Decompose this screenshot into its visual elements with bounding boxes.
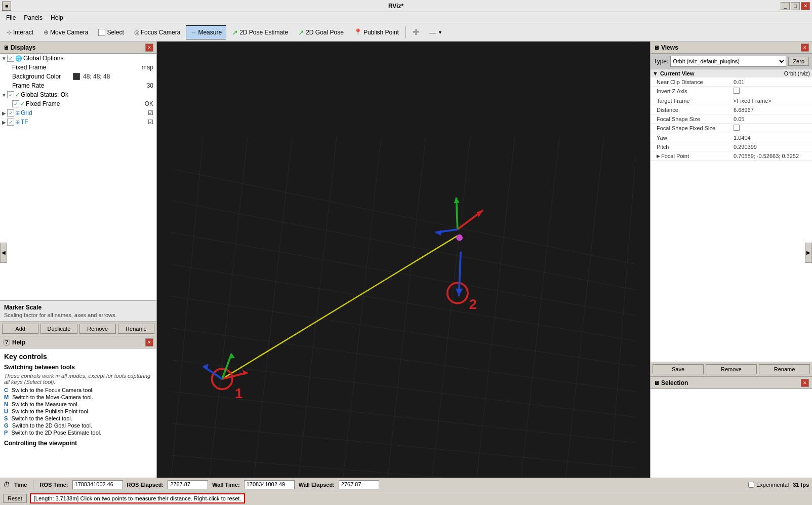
pan-button[interactable]: ✛: [408, 25, 424, 40]
tf-checkbox[interactable]: ✓: [7, 119, 14, 126]
status-message: [Length: 3.7138m] Click on two points to…: [30, 493, 246, 503]
duplicate-button[interactable]: Duplicate: [40, 324, 77, 334]
wall-elapsed-value: 2767.87: [339, 480, 379, 489]
distance-value: 6.68967: [734, 107, 754, 113]
global-options-checkbox[interactable]: ✓: [7, 55, 14, 62]
move-camera-button[interactable]: ⊕ Move Camera: [39, 25, 93, 40]
maximize-button[interactable]: □: [791, 2, 800, 10]
window-controls[interactable]: _ □ ✕: [781, 2, 810, 10]
right-panel: 🖥 Views ✕ Type: Orbit (rviz_default_plug…: [650, 42, 812, 478]
menu-help[interactable]: Help: [47, 13, 67, 22]
collapse-left-button[interactable]: ◀: [0, 243, 7, 263]
fixed-frame-label: Fixed Frame: [12, 64, 73, 71]
rename-button[interactable]: Rename: [118, 324, 154, 334]
save-view-button[interactable]: Save: [653, 364, 704, 374]
displays-tree: ▼ ✓ 🌐 Global Options Fixed Frame map Bac…: [0, 54, 156, 300]
experimental-checkbox[interactable]: [748, 482, 754, 488]
key-g: G: [4, 422, 9, 429]
global-status-item[interactable]: ▼ ✓ ✓ Global Status: Ok: [0, 90, 156, 99]
fps-display: 31 fps: [793, 482, 809, 488]
views-buttons: Save Remove Rename: [651, 362, 812, 376]
zoom-button[interactable]: — ▼: [425, 25, 447, 40]
views-type-select[interactable]: Orbit (rviz_default_plugins): [670, 56, 786, 67]
invert-z-key: Invert Z Axis: [653, 88, 734, 94]
close-button[interactable]: ✕: [801, 2, 810, 10]
key-c: C: [4, 387, 8, 393]
pitch-value: 0.290399: [734, 144, 757, 150]
menu-file[interactable]: File: [2, 13, 20, 22]
key-c-row: C Switch to the Focus Camera tool.: [4, 387, 152, 393]
collapse-right-button[interactable]: ▶: [805, 243, 812, 263]
add-button[interactable]: Add: [2, 324, 38, 334]
interact-button[interactable]: ⊹ Interact: [2, 25, 38, 40]
focal-shape-fixed-checkbox[interactable]: [734, 125, 740, 131]
2d-goal-pose-label: 2D Goal Pose: [306, 29, 344, 36]
focal-point-row: ▶ Focal Point 0.70589; -0.52663; 0.3252: [651, 151, 812, 161]
global-status-checkbox[interactable]: ✓: [7, 91, 14, 98]
current-view-arrow: ▼: [653, 70, 658, 76]
tf-item[interactable]: ▶ ✓ ⊞ TF ☑: [0, 118, 156, 127]
key-controls-title: Key controls: [4, 353, 152, 361]
rename-view-button[interactable]: Rename: [759, 364, 810, 374]
views-close-button[interactable]: ✕: [801, 44, 809, 52]
ros-time-label: ROS Time:: [39, 482, 68, 488]
displays-panel-buttons: Add Duplicate Remove Rename: [0, 321, 156, 336]
global-options-label: Global Options: [23, 55, 63, 62]
focus-camera-label: Focus Camera: [141, 29, 181, 36]
background-color-item[interactable]: Background Color 48; 48; 48: [0, 72, 156, 81]
minimize-button[interactable]: _: [781, 2, 790, 10]
displays-close-button[interactable]: ✕: [145, 44, 153, 52]
2d-goal-pose-icon: ↗: [298, 28, 304, 36]
3d-viewport[interactable]: 1 2: [157, 42, 650, 478]
views-zero-button[interactable]: Zero: [788, 57, 809, 66]
target-frame-value: <Fixed Frame>: [734, 98, 772, 104]
frame-rate-item[interactable]: Frame Rate 30: [0, 81, 156, 90]
fixed-frame-status-checkbox[interactable]: ✓: [12, 100, 19, 107]
message-bar: Reset [Length: 3.7138m] Click on two poi…: [0, 491, 812, 505]
global-status-arrow: ▼: [1, 92, 7, 98]
ros-time-value: 1708341002.46: [72, 480, 123, 489]
remove-view-button[interactable]: Remove: [706, 364, 757, 374]
help-close-button[interactable]: ✕: [145, 338, 153, 346]
current-view-type: Orbit (rviz): [784, 70, 810, 76]
select-icon: [98, 29, 105, 36]
displays-panel-title: 🖥 Displays: [3, 44, 35, 51]
near-clip-key: Near Clip Distance: [653, 79, 734, 85]
left-panel: 🖥 Displays ✕ ▼ ✓ 🌐 Global Options Fixed …: [0, 42, 157, 478]
svg-point-41: [456, 235, 463, 241]
select-button[interactable]: Select: [94, 25, 128, 40]
publish-point-button[interactable]: 📍 Publish Point: [349, 25, 403, 40]
fixed-frame-status-item[interactable]: ✓ ✓ Fixed Frame OK: [0, 99, 156, 108]
selection-icon: 🖥: [654, 380, 659, 386]
remove-button[interactable]: Remove: [79, 324, 116, 334]
reset-button[interactable]: Reset: [3, 494, 27, 503]
current-view-label: Current View: [660, 70, 695, 76]
selection-panel-header: 🖥 Selection ✕: [651, 377, 812, 389]
measure-button[interactable]: ↔ Measure: [186, 25, 226, 40]
background-color-label: Background Color: [12, 73, 73, 80]
ros-elapsed-label: ROS Elapsed:: [127, 482, 164, 488]
focal-point-value: 0.70589; -0.52663; 0.3252: [734, 153, 799, 159]
move-camera-icon: ⊕: [44, 29, 49, 36]
2d-pose-estimate-button[interactable]: ↗ 2D Pose Estimate: [227, 25, 293, 40]
2d-pose-estimate-label: 2D Pose Estimate: [239, 29, 288, 36]
key-g-row: G Switch to the 2D Goal Pose tool.: [4, 422, 152, 429]
measure-label: Measure: [198, 29, 222, 36]
selection-panel-title: 🖥 Selection: [654, 379, 688, 386]
2d-goal-pose-button[interactable]: ↗ 2D Goal Pose: [294, 25, 348, 40]
global-options-item[interactable]: ▼ ✓ 🌐 Global Options: [0, 54, 156, 63]
measure-icon: ↔: [190, 29, 196, 36]
fixed-frame-item[interactable]: Fixed Frame map: [0, 63, 156, 72]
fixed-frame-status-icon: ✓: [20, 101, 25, 107]
select-label: Select: [107, 29, 124, 36]
menu-panels[interactable]: Panels: [20, 13, 47, 22]
tf-icon: ⊞: [15, 119, 20, 126]
focal-point-key: ▶ Focal Point: [653, 153, 734, 159]
selection-close-button[interactable]: ✕: [801, 379, 809, 387]
global-options-icon: 🌐: [15, 55, 22, 62]
grid-item[interactable]: ▶ ✓ ⊞ Grid ☑: [0, 108, 156, 118]
invert-z-checkbox[interactable]: [734, 88, 740, 94]
focus-camera-button[interactable]: ◎ Focus Camera: [130, 25, 185, 40]
grid-checkbox[interactable]: ✓: [7, 109, 14, 116]
key-n: N: [4, 401, 8, 407]
